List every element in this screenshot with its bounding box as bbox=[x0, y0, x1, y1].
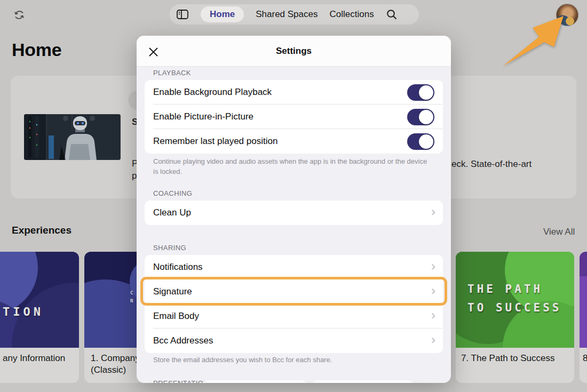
row-enable-picture-in-picture[interactable]: Enable Picture-in-Picture bbox=[145, 105, 443, 129]
chevron-right-icon: › bbox=[431, 308, 435, 323]
close-icon[interactable] bbox=[147, 46, 159, 58]
tab-collections[interactable]: Collections bbox=[329, 9, 374, 20]
playback-group: Enable Background Playback Enable Pictur… bbox=[145, 80, 443, 154]
sync-refresh-icon[interactable] bbox=[13, 9, 26, 21]
section-sharing: SHARING bbox=[153, 244, 186, 252]
card-caption: 8 bbox=[580, 348, 587, 369]
coaching-group: Clean Up › bbox=[145, 201, 443, 225]
sharing-footnote: Store the email addresses you wish to Bc… bbox=[153, 355, 433, 365]
row-signature[interactable]: Signature › bbox=[145, 279, 443, 304]
row-label: Email Body bbox=[153, 311, 199, 322]
row-label: Clean Up bbox=[153, 207, 191, 218]
section-coaching: COACHING bbox=[153, 189, 192, 197]
video-thumbnail-robot[interactable] bbox=[24, 114, 121, 160]
row-enable-background-playback[interactable]: Enable Background Playback bbox=[145, 80, 443, 105]
playback-footnote: Continue playing video and audio assets … bbox=[153, 156, 433, 177]
row-label: Enable Picture-in-Picture bbox=[153, 111, 253, 122]
row-notifications[interactable]: Notifications › bbox=[145, 255, 443, 279]
page-title: Home bbox=[12, 39, 61, 60]
row-label: Notifications bbox=[153, 262, 203, 273]
card-caption: 7. The Path to Success bbox=[456, 348, 574, 369]
sidebar-toggle-icon[interactable] bbox=[176, 9, 189, 20]
row-clean-up[interactable]: Clean Up › bbox=[145, 201, 443, 225]
toggle-background-playback[interactable] bbox=[407, 84, 434, 101]
card-caption: any Information bbox=[0, 348, 79, 369]
row-label: Signature bbox=[153, 286, 192, 297]
hero-text-fragment-right: eck. State-of-the-art bbox=[451, 159, 532, 170]
annotation-arrow bbox=[501, 12, 567, 68]
tab-shared-spaces[interactable]: Shared Spaces bbox=[256, 9, 318, 20]
card-art-text: THE PATHTO SUCCESS bbox=[467, 280, 561, 317]
row-email-body[interactable]: Email Body › bbox=[145, 304, 443, 329]
settings-title: Settings bbox=[137, 36, 451, 67]
row-label: Bcc Addresses bbox=[153, 335, 213, 346]
settings-modal: Settings PLAYBACK Enable Background Play… bbox=[137, 36, 451, 383]
card-art-text: CN bbox=[130, 289, 133, 305]
presentation-card-peek bbox=[312, 380, 414, 383]
sharing-group: Notifications › Signature › Email Body ›… bbox=[145, 255, 443, 353]
search-icon[interactable] bbox=[386, 9, 398, 20]
chevron-right-icon: › bbox=[431, 283, 435, 298]
experience-card-next[interactable]: 8 bbox=[580, 252, 587, 383]
experiences-heading: Experiences bbox=[12, 225, 72, 236]
app-window: Home Shared Spaces Collections Home bbox=[0, 0, 587, 392]
chevron-right-icon: › bbox=[431, 332, 435, 347]
row-bcc-addresses[interactable]: Bcc Addresses › bbox=[145, 329, 443, 353]
chevron-right-icon: › bbox=[431, 204, 435, 219]
top-navigation-bar: Home Shared Spaces Collections bbox=[170, 4, 419, 25]
toggle-remember-position[interactable] bbox=[407, 133, 434, 150]
card-art-text: PANYORMATION bbox=[0, 284, 44, 321]
section-playback: PLAYBACK bbox=[153, 69, 191, 77]
row-label: Enable Background Playback bbox=[153, 87, 272, 98]
tab-home[interactable]: Home bbox=[201, 6, 244, 22]
row-label: Remember last played position bbox=[153, 136, 277, 147]
presentation-card-peek bbox=[202, 380, 307, 383]
view-all-link[interactable]: View All bbox=[543, 227, 575, 237]
section-presentation: PRESENTATION bbox=[153, 379, 209, 383]
toggle-picture-in-picture[interactable] bbox=[407, 109, 434, 125]
chevron-right-icon: › bbox=[431, 259, 435, 274]
experience-card-company-information[interactable]: PANYORMATION any Information bbox=[0, 252, 79, 383]
experience-card-path-to-success[interactable]: THE PATHTO SUCCESS 7. The Path to Succes… bbox=[456, 252, 574, 383]
row-remember-last-played[interactable]: Remember last played position bbox=[145, 129, 443, 154]
